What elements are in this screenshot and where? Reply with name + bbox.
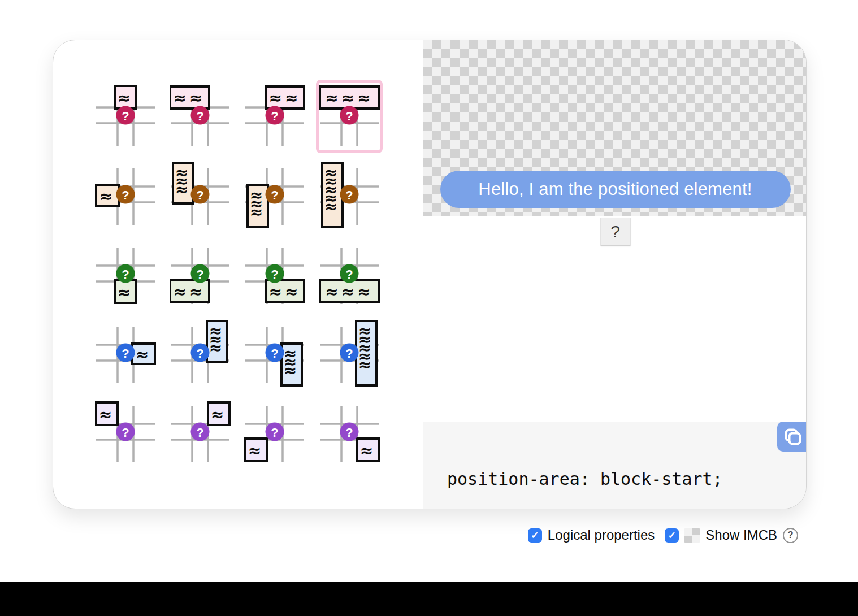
svg-text:≈≈≈: ≈≈≈ xyxy=(325,89,373,107)
svg-text:≈: ≈ xyxy=(248,441,264,460)
svg-text:≈: ≈ xyxy=(118,283,133,302)
svg-text:?: ? xyxy=(345,346,353,361)
preview-pane: Hello, I am the positioned element! ? po… xyxy=(423,40,807,509)
svg-text:≈: ≈ xyxy=(250,203,266,222)
picker-option-block-end-span-all[interactable]: ≈≈≈? xyxy=(316,238,383,311)
picker-option-block-start-span-all[interactable]: ≈≈≈? xyxy=(316,80,383,153)
svg-text:?: ? xyxy=(271,109,278,123)
svg-text:?: ? xyxy=(196,267,203,281)
svg-text:?: ? xyxy=(345,267,353,281)
picker-option-inline-start-span-block-start[interactable]: ≈≈≈? xyxy=(167,159,233,232)
help-icon[interactable]: ? xyxy=(783,528,798,543)
picker-option-inline-end-center[interactable]: ≈? xyxy=(92,317,159,391)
css-code: position-area: block-start; xyxy=(447,469,807,489)
picker-option-block-start-span-inline-end[interactable]: ≈≈? xyxy=(241,80,308,153)
checkerboard-icon xyxy=(684,528,700,543)
svg-text:?: ? xyxy=(345,109,353,123)
logical-properties-checkbox[interactable]: ✓ xyxy=(528,528,542,543)
svg-text:?: ? xyxy=(196,426,203,440)
svg-text:?: ? xyxy=(122,188,129,202)
picker-option-corner-block-start-inline-end[interactable]: ≈? xyxy=(167,396,233,470)
svg-text:≈≈: ≈≈ xyxy=(174,283,206,301)
svg-text:?: ? xyxy=(122,109,129,123)
svg-text:?: ? xyxy=(196,346,203,361)
picker-option-inline-start-center[interactable]: ≈? xyxy=(92,159,159,232)
svg-text:?: ? xyxy=(271,267,278,281)
copy-code-button[interactable] xyxy=(777,422,807,452)
picker-option-inline-end-span-block-start[interactable]: ≈≈≈? xyxy=(167,317,233,391)
show-imcb-checkbox[interactable]: ✓ xyxy=(665,528,679,543)
picker-option-block-end-span-inline-end[interactable]: ≈≈? xyxy=(241,238,308,311)
svg-text:≈: ≈ xyxy=(358,355,374,374)
show-imcb-label[interactable]: Show IMCB xyxy=(705,527,777,543)
svg-text:≈: ≈ xyxy=(324,197,340,216)
svg-text:≈: ≈ xyxy=(175,180,191,199)
svg-text:?: ? xyxy=(122,426,129,440)
svg-text:≈≈: ≈≈ xyxy=(269,89,301,107)
picker-option-block-end-center[interactable]: ≈? xyxy=(92,238,159,311)
svg-text:≈: ≈ xyxy=(136,345,151,364)
copy-icon xyxy=(783,427,802,446)
svg-text:≈: ≈ xyxy=(118,89,133,107)
picker-option-inline-end-span-all[interactable]: ≈≈≈≈≈? xyxy=(316,317,383,391)
svg-text:?: ? xyxy=(271,346,278,361)
picker-option-block-end-span-inline-start[interactable]: ≈≈? xyxy=(167,238,233,311)
picker-option-inline-start-span-all[interactable]: ≈≈≈≈≈? xyxy=(316,159,383,232)
svg-text:?: ? xyxy=(122,346,129,361)
svg-text:≈: ≈ xyxy=(209,339,225,357)
svg-text:?: ? xyxy=(271,188,278,202)
svg-text:≈: ≈ xyxy=(99,187,115,206)
picker-option-inline-end-span-block-end[interactable]: ≈≈≈? xyxy=(241,317,308,391)
svg-text:≈: ≈ xyxy=(360,441,376,460)
svg-text:≈: ≈ xyxy=(211,405,227,424)
anchor-tool-card: ≈?≈≈?≈≈?≈≈≈?≈?≈≈≈?≈≈≈?≈≈≈≈≈?≈?≈≈?≈≈?≈≈≈?… xyxy=(53,40,807,509)
position-area-picker: ≈?≈≈?≈≈?≈≈≈?≈?≈≈≈?≈≈≈?≈≈≈≈≈?≈?≈≈?≈≈?≈≈≈?… xyxy=(92,80,383,470)
picker-option-block-start-span-inline-start[interactable]: ≈≈? xyxy=(167,80,233,153)
picker-option-inline-start-span-block-end[interactable]: ≈≈≈? xyxy=(241,159,308,232)
picker-option-corner-block-end-inline-end[interactable]: ≈? xyxy=(316,396,383,470)
positioned-element: Hello, I am the positioned element! xyxy=(440,171,791,208)
picker-option-corner-block-start-inline-start[interactable]: ≈? xyxy=(92,396,159,470)
footer-controls: ✓ Logical properties ✓ Show IMCB ? xyxy=(528,524,798,546)
letterbox-bar xyxy=(0,582,858,616)
svg-text:?: ? xyxy=(196,109,203,123)
code-panel: position-area: block-start; xyxy=(423,422,807,509)
svg-text:≈≈: ≈≈ xyxy=(174,89,206,107)
anchor-element: ? xyxy=(600,218,630,246)
svg-text:?: ? xyxy=(196,188,203,202)
picker-option-block-start-center[interactable]: ≈? xyxy=(92,80,159,153)
svg-text:?: ? xyxy=(345,188,353,202)
svg-text:≈≈: ≈≈ xyxy=(269,283,301,301)
svg-text:≈: ≈ xyxy=(99,405,115,424)
svg-text:?: ? xyxy=(345,426,353,440)
logical-properties-label[interactable]: Logical properties xyxy=(548,527,655,543)
svg-text:≈≈≈: ≈≈≈ xyxy=(325,283,373,301)
picker-option-corner-block-end-inline-start[interactable]: ≈? xyxy=(241,396,308,470)
svg-text:?: ? xyxy=(271,426,278,440)
svg-text:?: ? xyxy=(122,267,129,281)
svg-text:≈: ≈ xyxy=(284,361,300,380)
